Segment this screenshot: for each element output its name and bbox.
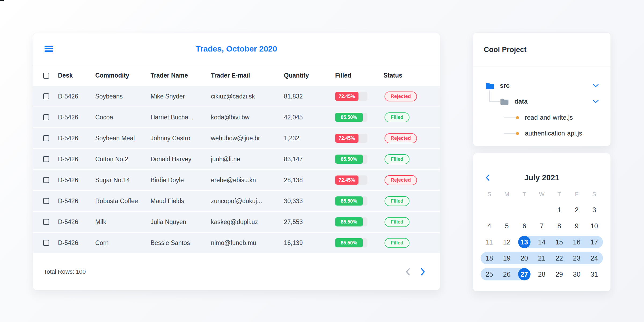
- row-checkbox[interactable]: [43, 156, 49, 162]
- calendar-day[interactable]: 20: [515, 252, 533, 264]
- previous-page-button[interactable]: [405, 268, 411, 276]
- calendar-day[interactable]: 26: [498, 268, 515, 280]
- calendar-day[interactable]: 7: [533, 220, 550, 232]
- calendar-day[interactable]: 28: [533, 268, 550, 280]
- desk-cell: D-5426: [58, 197, 95, 205]
- menu-icon[interactable]: [45, 46, 53, 52]
- calendar-day[interactable]: 14: [533, 236, 550, 248]
- chevron-down-icon[interactable]: [593, 84, 599, 87]
- calendar-day[interactable]: 15: [551, 236, 568, 248]
- filled-progress-bar: 72.45%: [335, 92, 367, 101]
- trader-email-cell: koda@bivi.bw: [211, 114, 284, 121]
- quantity-cell: 27,553: [284, 218, 335, 226]
- tree-node-src[interactable]: src: [473, 79, 610, 92]
- calendar-day[interactable]: 27: [515, 268, 533, 280]
- row-checkbox[interactable]: [43, 114, 49, 120]
- filled-progress-value: 85.50%: [335, 196, 363, 206]
- tree-node-data[interactable]: data: [473, 95, 610, 108]
- row-checkbox[interactable]: [43, 219, 49, 225]
- filled-progress-value: 72.45%: [335, 175, 358, 185]
- status-badge: Rejected: [385, 133, 417, 143]
- calendar-day[interactable]: 17: [586, 236, 603, 248]
- calendar-day[interactable]: 24: [586, 252, 603, 264]
- desk-cell: D-5426: [58, 239, 95, 247]
- calendar-week-row: 18192021222324: [481, 252, 603, 264]
- calendar-grid: 1234567891011121314151617181920212223242…: [481, 204, 603, 280]
- folder-name: data: [514, 98, 528, 105]
- calendar-day[interactable]: 8: [551, 220, 568, 232]
- row-checkbox[interactable]: [43, 135, 49, 141]
- commodity-cell: Sugar No.14: [95, 177, 151, 184]
- calendar-day[interactable]: 10: [586, 220, 603, 232]
- calendar-day-number: 21: [536, 252, 548, 264]
- calendar-week-row: 123: [481, 204, 603, 216]
- row-checkbox-cell: [33, 219, 58, 225]
- quantity-cell: 81,832: [284, 93, 335, 100]
- desk-cell: D-5426: [58, 218, 95, 226]
- calendar-day-number: 31: [588, 268, 600, 280]
- row-checkbox[interactable]: [43, 198, 49, 204]
- row-checkbox[interactable]: [43, 240, 49, 246]
- calendar-day[interactable]: 23: [568, 252, 586, 264]
- row-checkbox[interactable]: [43, 177, 49, 183]
- calendar-day[interactable]: 13: [515, 236, 533, 248]
- calendar-day[interactable]: 29: [551, 268, 568, 280]
- calendar-day[interactable]: 25: [481, 268, 498, 280]
- status-cell: Rejected: [383, 92, 440, 101]
- filled-cell: 85.50%: [335, 238, 383, 247]
- quantity-cell: 16,139: [284, 239, 335, 247]
- tree-node-file[interactable]: authentication-api.js: [473, 127, 610, 140]
- calendar-day[interactable]: 30: [568, 268, 586, 280]
- weekday-label: T: [551, 191, 568, 198]
- commodity-cell: Corn: [95, 239, 151, 247]
- calendar-selected-day: 13: [518, 236, 530, 248]
- trader-name-cell: Donald Harvey: [151, 156, 211, 163]
- status-badge: Filled: [385, 154, 409, 164]
- trader-email-cell: cikiuz@cadzi.sk: [211, 93, 284, 100]
- calendar-empty-cell: [481, 204, 498, 216]
- folder-icon: [485, 82, 494, 89]
- calendar-day[interactable]: 2: [568, 204, 586, 216]
- table-row: D-5426SoybeansMike Snydercikiuz@cadzi.sk…: [33, 86, 440, 107]
- select-all-checkbox[interactable]: [43, 73, 49, 79]
- calendar-day[interactable]: 31: [586, 268, 603, 280]
- filled-progress-bar: 85.50%: [335, 196, 367, 206]
- status-badge: Rejected: [385, 92, 417, 101]
- weekday-label: S: [481, 191, 498, 198]
- calendar-day[interactable]: 16: [568, 236, 586, 248]
- chevron-down-icon[interactable]: [593, 100, 599, 103]
- tree-node-file[interactable]: read-and-write.js: [473, 111, 610, 124]
- file-tree: src data read-and-write.js authenticatio…: [473, 67, 610, 147]
- row-checkbox[interactable]: [43, 93, 49, 99]
- calendar-day[interactable]: 22: [551, 252, 568, 264]
- trades-table-card: Trades, October 2020 Desk Commodity Trad…: [33, 33, 440, 290]
- calendar-day[interactable]: 19: [498, 252, 515, 264]
- calendar-prev-month-button[interactable]: [485, 174, 490, 181]
- calendar-day[interactable]: 18: [481, 252, 498, 264]
- calendar-day[interactable]: 9: [568, 220, 586, 232]
- table-body: D-5426SoybeansMike Snydercikiuz@cadzi.sk…: [33, 86, 440, 253]
- desk-cell: D-5426: [58, 114, 95, 121]
- weekday-label: S: [586, 191, 603, 198]
- calendar-day[interactable]: 11: [481, 236, 498, 248]
- filled-cell: 85.50%: [335, 196, 383, 206]
- calendar-day[interactable]: 3: [586, 204, 603, 216]
- calendar-day[interactable]: 1: [551, 204, 568, 216]
- calendar-day[interactable]: 6: [515, 220, 533, 232]
- calendar-day-number: 25: [483, 268, 496, 280]
- filled-cell: 72.45%: [335, 92, 383, 101]
- status-cell: Filled: [383, 154, 440, 164]
- folder-name: src: [500, 82, 510, 89]
- table-row: D-5426Robusta CoffeeMaud Fieldszuncopof@…: [33, 190, 440, 211]
- calendar-day[interactable]: 5: [498, 220, 515, 232]
- quantity-cell: 30,333: [284, 197, 335, 205]
- calendar-day[interactable]: 4: [481, 220, 498, 232]
- calendar-day[interactable]: 21: [533, 252, 550, 264]
- row-checkbox-cell: [33, 135, 58, 141]
- calendar-day-number: 17: [588, 236, 600, 248]
- calendar-day[interactable]: 12: [498, 236, 515, 248]
- status-badge: Filled: [385, 217, 409, 227]
- next-page-button[interactable]: [420, 268, 426, 276]
- project-title: Cool Project: [473, 33, 610, 67]
- calendar-day-number: 1: [553, 204, 565, 216]
